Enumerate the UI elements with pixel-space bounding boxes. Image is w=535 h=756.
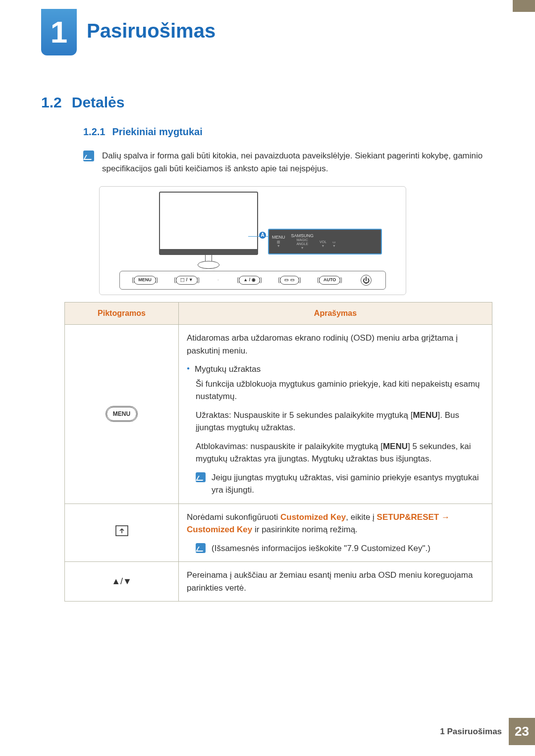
note-icon (83, 151, 94, 161)
decorative-sidebar (513, 0, 535, 12)
page-footer: 1 Pasiruošimas 23 (440, 718, 535, 745)
menu-button-icon: MENU (106, 406, 138, 422)
magic-angle-label: MAGIC ANGLE (291, 238, 314, 246)
callout-vol-label: VOL (320, 240, 326, 244)
monitor-stand (198, 261, 219, 269)
down-button-icon: ⬚ / ▼ (176, 276, 197, 285)
table-header-icons: Piktogramos (65, 302, 179, 325)
table-row: MENU Atidaromas arba uždaromas ekrano ro… (65, 325, 492, 504)
chevron-down-icon (332, 244, 336, 248)
up-button-icon: ▲ / ◉ (239, 276, 260, 285)
row1-p4: Atblokavimas: nuspauskite ir palaikykite… (196, 440, 484, 465)
bars-icon: ▥ (272, 240, 285, 244)
up-down-triangle-icon: ▲/▼ (111, 576, 132, 586)
chapter-title: Pasiruošimas (87, 16, 215, 46)
subsection-number: 1.2.1 (83, 124, 105, 139)
row1-p3: Užraktas: Nuspauskite ir 5 sekundes pala… (196, 409, 484, 434)
subsection-heading: 1.2.1 Priekiniai mygtukai (83, 124, 203, 139)
row1-p1: Atidaromas arba uždaromas ekrano rodinių… (187, 332, 484, 357)
callout-panel: A MENU ▥ SAMSUNG MAGIC ANGLE VOL ▭ (268, 229, 382, 254)
row2-nested-note: (Išsamesnės informacijos ieškokite "7.9 … (212, 542, 430, 555)
bullet-icon: ● (187, 363, 190, 374)
callout-marker: A (259, 232, 266, 239)
chevron-down-icon (291, 246, 314, 250)
page-number: 23 (509, 718, 535, 745)
row1-p2: Ši funkcija užblokuoja mygtukus gaminio … (196, 378, 484, 403)
table-header-desc: Aprašymas (179, 302, 492, 325)
row1-bullet: Mygtukų užraktas (195, 363, 261, 376)
front-buttons-diagram: A MENU ▥ SAMSUNG MAGIC ANGLE VOL ▭ MENU … (99, 186, 406, 295)
section-title: Detalės (72, 91, 125, 113)
customized-key-icon (115, 525, 128, 536)
section-heading: 1.2 Detalės (41, 91, 124, 113)
row2-p1: Norėdami sukonfigūruoti Customized Key, … (187, 511, 484, 536)
source-button-icon: ▭ ▭ (280, 276, 299, 285)
footer-section-label: 1 Pasiruošimas (440, 725, 502, 738)
chevron-down-icon (272, 244, 285, 248)
dot-separator: ◦ (217, 277, 219, 283)
section-number: 1.2 (41, 91, 62, 113)
buttons-table: Piktogramos Aprašymas MENU Atidaromas ar… (64, 302, 492, 602)
menu-button-icon: MENU (134, 276, 156, 285)
button-strip: MENU ⬚ / ▼ ◦ ▲ / ◉ ▭ ▭ AUTO (119, 271, 386, 290)
table-row: ▲/▼ Pereinama į aukščiau ar žemiau esant… (65, 562, 492, 602)
note-text: Dalių spalva ir forma gali būti kitokia,… (102, 150, 489, 175)
chapter-number-tab: 1 (41, 9, 77, 55)
note-block: Dalių spalva ir forma gali būti kitokia,… (83, 150, 489, 175)
subsection-title: Priekiniai mygtukai (112, 124, 202, 139)
row3-p1: Pereinama į aukščiau ar žemiau esantį me… (187, 569, 484, 594)
rect-icon: ▭ (332, 240, 336, 244)
callout-brand-label: SAMSUNG (291, 234, 314, 239)
chevron-down-icon (320, 244, 326, 248)
power-button-icon (361, 275, 372, 286)
row1-nested-note: Jeigu įjungtas mygtukų užraktas, visi ga… (212, 471, 484, 497)
callout-menu-label: MENU (272, 235, 285, 240)
monitor-outline (159, 192, 258, 255)
auto-button-icon: AUTO (319, 276, 340, 285)
note-icon (196, 543, 206, 553)
table-row: Norėdami sukonfigūruoti Customized Key, … (65, 504, 492, 562)
note-icon (196, 472, 206, 482)
